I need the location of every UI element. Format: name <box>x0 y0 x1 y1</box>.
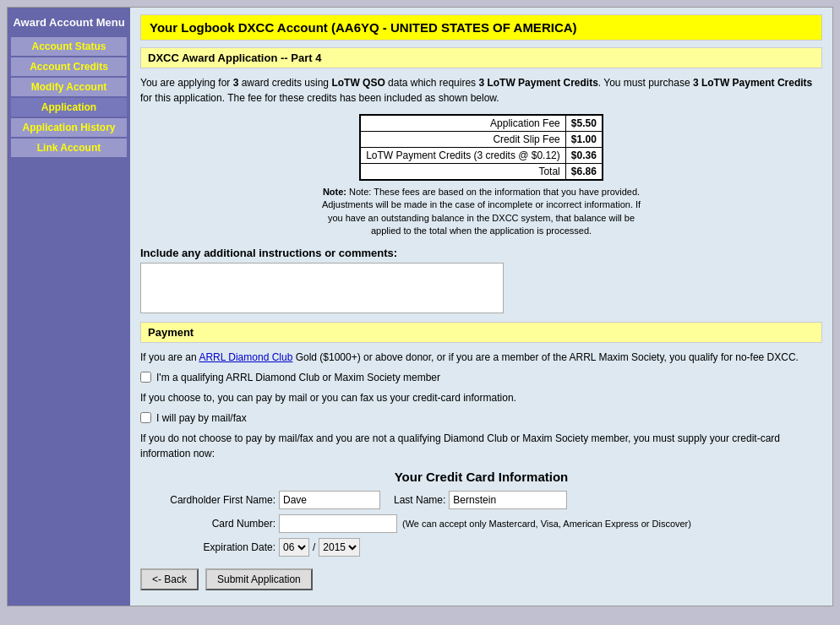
button-row: <- Back Submit Application <box>140 568 822 599</box>
last-name-input[interactable] <box>449 491 567 509</box>
last-name-label: Last Name: <box>394 494 445 506</box>
sidebar-item-link-account[interactable]: Link Account <box>11 139 127 157</box>
expiration-year-select[interactable]: 201320142015 201620172018 20192020 <box>319 538 360 557</box>
application-fee-label: Application Fee <box>360 115 565 132</box>
fee-table: Application Fee $5.50 Credit Slip Fee $1… <box>359 114 603 181</box>
page-title: Your Logbook DXCC Account (AA6YQ - UNITE… <box>140 14 822 41</box>
main-layout: Award Account Menu Account Status Accoun… <box>7 7 833 606</box>
credit-slip-fee-value: $1.00 <box>565 132 603 148</box>
sidebar-item-account-credits[interactable]: Account Credits <box>11 57 127 76</box>
fee-row-lotw: LoTW Payment Credits (3 credits @ $0.12)… <box>360 148 603 164</box>
back-button[interactable]: <- Back <box>140 568 199 590</box>
diamond-club-checkbox-row: I'm a qualifying ARRL Diamond Club or Ma… <box>140 372 822 383</box>
section-header: DXCC Award Application -- Part 4 <box>140 47 822 68</box>
diamond-club-text: If you are an ARRL Diamond Club Gold ($1… <box>140 350 822 365</box>
fee-table-container: Application Fee $5.50 Credit Slip Fee $1… <box>140 114 822 181</box>
fee-row-total: Total $6.86 <box>360 164 603 181</box>
first-name-label: Cardholder First Name: <box>140 494 275 506</box>
card-number-input[interactable] <box>279 514 397 533</box>
diamond-club-link[interactable]: ARRL Diamond Club <box>199 351 292 363</box>
sidebar-item-application[interactable]: Application <box>11 98 127 117</box>
comments-textarea[interactable] <box>140 263 504 313</box>
mail-fax-checkbox[interactable] <box>140 412 151 423</box>
total-label: Total <box>360 164 565 181</box>
credit-slip-fee-label: Credit Slip Fee <box>360 132 565 148</box>
card-number-label: Card Number: <box>140 518 275 530</box>
intro-text: You are applying for 3 award credits usi… <box>140 75 822 106</box>
mail-fax-checkbox-label: I will pay by mail/fax <box>156 412 247 424</box>
credit-card-title: Your Credit Card Information <box>140 470 822 484</box>
sidebar: Award Account Menu Account Status Accoun… <box>8 8 130 606</box>
total-value: $6.86 <box>565 164 603 181</box>
mail-fax-text: If you choose to, you can pay by mail or… <box>140 390 822 405</box>
lotw-credits-label: LoTW Payment Credits (3 credits @ $0.12) <box>360 148 565 164</box>
card-number-row: Card Number: (We can accept only Masterc… <box>140 514 822 533</box>
sidebar-item-account-status[interactable]: Account Status <box>11 37 127 56</box>
diamond-club-checkbox-label: I'm a qualifying ARRL Diamond Club or Ma… <box>156 372 440 383</box>
fee-row-application: Application Fee $5.50 <box>360 115 603 132</box>
expiration-separator: / <box>313 541 315 553</box>
submit-button[interactable]: Submit Application <box>205 568 313 590</box>
fee-note: Note: Note: These fees are based on the … <box>321 186 642 238</box>
sidebar-item-modify-account[interactable]: Modify Account <box>11 78 127 96</box>
expiration-month-select[interactable]: 01020304 05060708 09101112 <box>279 538 309 557</box>
outer-container: Award Account Menu Account Status Accoun… <box>0 0 840 625</box>
sidebar-item-application-history[interactable]: Application History <box>11 118 127 137</box>
payment-header: Payment <box>140 322 822 343</box>
expiration-label: Expiration Date: <box>140 541 275 553</box>
credit-required-text: If you do not choose to pay by mail/fax … <box>140 431 822 461</box>
first-name-row: Cardholder First Name: Last Name: <box>140 491 822 509</box>
card-note: (We can accept only Mastercard, Visa, Am… <box>402 519 691 529</box>
lotw-credits-value: $0.36 <box>565 148 603 164</box>
application-fee-value: $5.50 <box>565 115 603 132</box>
mail-fax-checkbox-row: I will pay by mail/fax <box>140 412 822 424</box>
diamond-club-checkbox[interactable] <box>140 372 151 383</box>
first-name-input[interactable] <box>279 491 380 509</box>
content-area: Your Logbook DXCC Account (AA6YQ - UNITE… <box>130 8 832 606</box>
sidebar-title: Award Account Menu <box>11 13 127 37</box>
expiration-row: Expiration Date: 01020304 05060708 09101… <box>140 538 822 557</box>
fee-row-credit-slip: Credit Slip Fee $1.00 <box>360 132 603 148</box>
comments-label: Include any additional instructions or c… <box>140 247 822 259</box>
